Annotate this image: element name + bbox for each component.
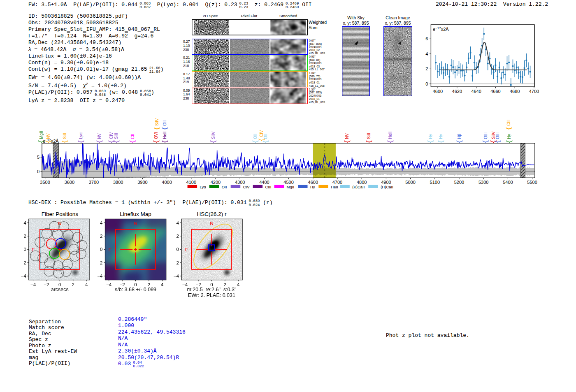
svg-text:−2: −2 [44,282,49,287]
svg-text:−4: −4 [21,274,27,278]
svg-text:2: 2 [100,234,102,239]
svg-text:−2: −2 [174,260,179,265]
svg-text:2: 2 [176,234,179,239]
svg-text:N: N [134,221,137,226]
svg-text:4: 4 [23,220,26,225]
svg-text:E: E [109,247,112,252]
svg-text:E: E [185,247,188,252]
svg-text:EWr: 2. PLAE: 0.031: EWr: 2. PLAE: 0.031 [188,292,235,298]
svg-text:2: 2 [148,282,150,287]
svg-text:4: 4 [85,282,88,287]
svg-text:−4: −4 [97,274,103,278]
svg-text:−2: −2 [97,260,102,265]
svg-text:2: 2 [23,234,26,239]
svg-text:Fiber Positions: Fiber Positions [42,211,79,217]
svg-text:0: 0 [23,247,26,252]
svg-text:−2: −2 [195,282,201,287]
svg-text:0: 0 [176,247,179,252]
svg-text:−4: −4 [182,282,188,287]
svg-text:0: 0 [134,282,137,287]
svg-text:s/b: 3.68 +/- 0.099: s/b: 3.68 +/- 0.099 [115,287,156,292]
svg-text:2: 2 [224,282,226,287]
svg-text:4: 4 [161,282,164,287]
svg-text:N: N [210,221,213,226]
svg-text:HSC(26.2) r: HSC(26.2) r [197,211,227,217]
svg-text:0: 0 [210,282,213,287]
svg-text:0: 0 [100,247,102,252]
svg-text:4: 4 [237,282,240,287]
svg-text:4: 4 [176,220,179,225]
svg-text:0: 0 [58,282,61,287]
svg-text:Lineflux Map: Lineflux Map [120,211,151,217]
svg-text:N: N [58,221,61,226]
svg-text:−2: −2 [120,282,125,287]
svg-text:arcsecs: arcsecs [51,287,69,292]
svg-text:4: 4 [100,220,103,225]
svg-text:E: E [32,247,35,252]
svg-text:m:20.5 re:2.6" s:0.3": m:20.5 re:2.6" s:0.3" [187,287,236,292]
svg-text:−2: −2 [21,260,26,265]
svg-text:2: 2 [72,282,74,287]
svg-text:−4: −4 [30,282,36,287]
svg-text:−4: −4 [174,274,179,278]
svg-text:−4: −4 [106,282,112,287]
